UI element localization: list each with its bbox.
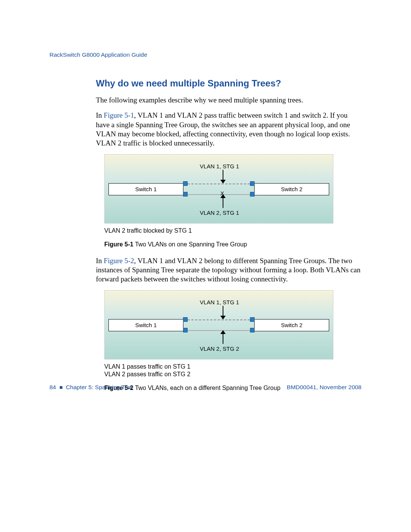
link-line: [188, 320, 250, 320]
running-head: RackSwitch G8000 Application Guide: [49, 51, 362, 58]
port-icon: [183, 181, 188, 186]
switch-1-box: Switch 1: [108, 319, 183, 331]
arrow-up-icon: [223, 197, 223, 208]
figure-caption: Figure 5-1 Two VLANs on one Spanning Tre…: [104, 241, 362, 248]
footer-right: BMD00041, November 2008: [287, 384, 362, 391]
text-run: In: [96, 257, 104, 265]
port-icon: [183, 192, 188, 197]
port-icon: [250, 192, 255, 197]
port-icon: [183, 317, 188, 322]
vlan-label: VLAN 2, STG 1: [200, 209, 261, 216]
port-icon: [250, 328, 255, 332]
port-icon: [250, 317, 255, 322]
caption-number: Figure 5-1: [104, 241, 133, 248]
arrow-down-icon: [223, 170, 223, 181]
text-run: In: [96, 111, 104, 119]
arrow-up-icon: [223, 333, 223, 344]
switch-1-box: Switch 1: [108, 183, 183, 195]
paragraph: In Figure 5-2, VLAN 1 and VLAN 2 belong …: [96, 256, 362, 284]
document-page: RackSwitch G8000 Application Guide Why d…: [0, 0, 411, 423]
figure-5-2-diagram: Switch 1 Switch 2 VLAN 1, STG 1 VLAN 2, …: [104, 290, 333, 359]
chapter-label: Chapter 5: Spanning Tree: [66, 384, 134, 390]
port-icon: [183, 328, 188, 332]
footer-left: 84 Chapter 5: Spanning Tree: [49, 384, 133, 391]
arrow-down-icon: [223, 306, 223, 316]
link-line: [188, 194, 250, 195]
switch-2-box: Switch 2: [254, 319, 329, 331]
vlan-label: VLAN 1, STG 1: [200, 299, 261, 305]
vlan-label: VLAN 2, STG 2: [200, 345, 261, 352]
page-number: 84: [49, 384, 56, 390]
paragraph: In Figure 5-1, VLAN 1 and VLAN 2 pass tr…: [96, 111, 362, 148]
caption-text: Two VLANs on one Spanning Tree Group: [133, 241, 247, 248]
link-line: [188, 330, 250, 331]
figure-5-1-diagram: Switch 1 Switch 2 VLAN 1, STG 1 X VLAN 2…: [104, 154, 333, 224]
figure-cross-ref[interactable]: Figure 5-1: [104, 111, 134, 119]
text-run: , VLAN 1 and VLAN 2 belong to different …: [96, 257, 360, 283]
page-footer: 84 Chapter 5: Spanning Tree BMD00041, No…: [49, 384, 362, 391]
figure-note: VLAN 2 passes traffic on STG 2: [104, 371, 362, 378]
switch-2-box: Switch 2: [254, 183, 329, 195]
paragraph: The following examples describe why we n…: [96, 96, 362, 105]
section-heading: Why do we need multiple Spanning Trees?: [96, 78, 362, 89]
text-run: , VLAN 1 and VLAN 2 pass traffic between…: [96, 111, 350, 147]
figure-note: VLAN 2 traffic blocked by STG 1: [104, 227, 362, 234]
square-bullet-icon: [60, 386, 62, 389]
port-icon: [250, 181, 255, 186]
figure-note: VLAN 1 passes traffic on STG 1: [104, 363, 362, 370]
figure-cross-ref[interactable]: Figure 5-2: [104, 257, 134, 265]
vlan-label: VLAN 1, STG 1: [200, 163, 261, 169]
link-line: [188, 184, 250, 184]
